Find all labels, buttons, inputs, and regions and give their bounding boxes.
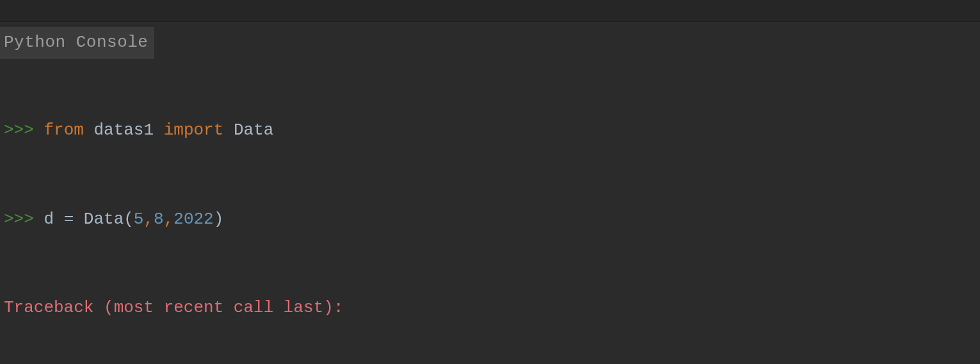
python-console-panel: Python Console >>> from datas1 import Da… [0, 22, 980, 364]
class-name: Data [234, 120, 273, 140]
comma: , [143, 210, 154, 229]
comma: , [164, 210, 174, 229]
tab-row: Python Console [0, 22, 980, 59]
traceback-header: Traceback (most recent call last): [4, 295, 976, 322]
paren-close: ) [214, 210, 224, 229]
prompt: >>> [4, 120, 34, 140]
number-literal: 2022 [173, 210, 213, 229]
code-text: d = Data( [44, 210, 133, 229]
console-output[interactable]: >>> from datas1 import Data >>> d = Data… [0, 59, 980, 364]
console-line-input: >>> d = Data(5,8,2022) [4, 206, 976, 233]
number-literal: 8 [154, 210, 164, 229]
number-literal: 5 [134, 210, 144, 229]
top-bar [0, 0, 980, 22]
console-line-input: >>> from datas1 import Data [4, 117, 976, 144]
module-name: datas1 [93, 120, 154, 140]
tab-python-console[interactable]: Python Console [0, 27, 154, 59]
keyword-import: import [164, 120, 224, 140]
prompt: >>> [4, 210, 34, 229]
keyword-from: from [44, 120, 83, 140]
